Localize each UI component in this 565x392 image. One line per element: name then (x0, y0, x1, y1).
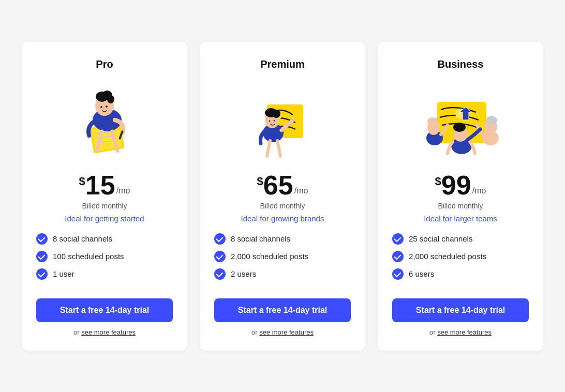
check-icon-business-3 (392, 268, 404, 280)
features-list-premium: 8 social channels 2,000 scheduled posts … (214, 233, 351, 286)
feature-text-pro-3: 1 user (53, 269, 75, 278)
svg-point-18 (272, 110, 280, 118)
feature-pro-1: 8 social channels (36, 233, 173, 245)
trial-button-business[interactable]: Start a free 14-day trial (392, 298, 529, 322)
feature-business-1: 25 social channels (392, 233, 529, 245)
billed-premium: Billed monthly (260, 202, 305, 210)
price-dollar-pro: $ (79, 176, 85, 187)
feature-text-premium-3: 2 users (231, 269, 256, 278)
ideal-premium: Ideal for growing brands (241, 214, 324, 223)
price-amount-business: 99 (441, 172, 471, 199)
feature-text-premium-1: 8 social channels (231, 234, 290, 243)
ideal-pro: Ideal for getting started (65, 214, 144, 223)
feature-business-3: 6 users (392, 268, 529, 280)
features-list-pro: 8 social channels 100 scheduled posts 1 … (36, 233, 173, 286)
pricing-container: Pro (0, 32, 565, 361)
plan-card-premium: Premium (200, 42, 365, 351)
see-more-link-premium[interactable]: see more features (259, 328, 314, 336)
price-row-pro: $ 15 /mo (79, 172, 130, 199)
billed-business: Billed monthly (438, 202, 483, 210)
feature-text-business-1: 25 social channels (409, 234, 472, 243)
svg-point-11 (106, 105, 108, 108)
check-icon-business-2 (392, 251, 404, 262)
see-more-row-premium: or see more features (251, 328, 314, 336)
illustration-pro (63, 79, 146, 161)
check-icon-premium-2 (214, 251, 226, 262)
plan-card-business: Business (378, 42, 543, 351)
see-more-link-business[interactable]: see more features (437, 328, 492, 336)
features-list-business: 25 social channels 2,000 scheduled posts… (392, 233, 529, 286)
feature-text-pro-2: 100 scheduled posts (53, 252, 124, 261)
svg-point-19 (269, 120, 271, 122)
feature-premium-1: 8 social channels (214, 233, 351, 245)
feature-text-pro-1: 8 social channels (53, 234, 112, 243)
svg-point-10 (100, 106, 102, 108)
see-more-row-pro: or see more features (73, 328, 136, 336)
feature-premium-2: 2,000 scheduled posts (214, 251, 351, 262)
price-amount-premium: 65 (263, 172, 293, 199)
see-more-link-pro[interactable]: see more features (81, 328, 136, 336)
check-icon-business-1 (392, 233, 404, 245)
price-row-business: $ 99 /mo (435, 172, 486, 199)
see-more-row-business: or see more features (429, 328, 492, 336)
illustration-business (419, 79, 502, 161)
feature-premium-3: 2 users (214, 268, 351, 280)
check-icon-pro-3 (36, 268, 48, 280)
plan-title-business: Business (438, 58, 484, 70)
plan-title-premium: Premium (260, 58, 305, 70)
feature-text-business-2: 2,000 scheduled posts (409, 252, 486, 261)
price-amount-pro: 15 (85, 172, 115, 199)
feature-pro-2: 100 scheduled posts (36, 251, 173, 262)
check-icon-pro-2 (36, 251, 48, 262)
illustration-premium (241, 79, 324, 161)
see-more-prefix-premium: or (251, 328, 259, 336)
price-period-business: /mo (472, 186, 486, 195)
svg-point-31 (453, 123, 466, 132)
price-period-pro: /mo (116, 186, 130, 195)
ideal-business: Ideal for larger teams (424, 214, 497, 223)
svg-point-9 (107, 95, 114, 103)
plan-card-pro: Pro (22, 42, 187, 351)
feature-text-premium-2: 2,000 scheduled posts (231, 252, 308, 261)
see-more-prefix-business: or (429, 328, 437, 336)
price-row-premium: $ 65 /mo (257, 172, 308, 199)
feature-text-business-3: 6 users (409, 269, 434, 278)
svg-point-20 (274, 119, 275, 121)
plan-title-pro: Pro (96, 58, 113, 70)
feature-pro-3: 1 user (36, 268, 173, 280)
check-icon-premium-1 (214, 233, 226, 245)
see-more-prefix-pro: or (73, 328, 81, 336)
feature-business-2: 2,000 scheduled posts (392, 251, 529, 262)
trial-button-pro[interactable]: Start a free 14-day trial (36, 298, 173, 322)
trial-button-premium[interactable]: Start a free 14-day trial (214, 298, 351, 322)
check-icon-premium-3 (214, 268, 226, 280)
svg-point-28 (486, 116, 497, 125)
price-period-premium: /mo (294, 186, 308, 195)
price-dollar-business: $ (435, 176, 441, 187)
check-icon-pro-1 (36, 233, 48, 245)
billed-pro: Billed monthly (82, 202, 127, 210)
price-dollar-premium: $ (257, 176, 263, 187)
